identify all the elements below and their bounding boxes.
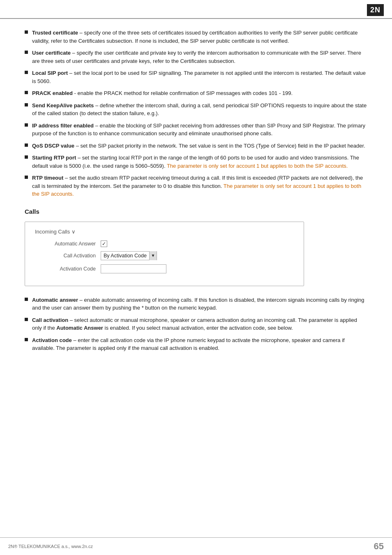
list-item-text: Automatic answer – enable automatic answ… (32, 296, 367, 312)
list-item-text: Call activation – select automatic or ma… (32, 316, 367, 332)
list-item: Local SIP port – set the local port to b… (25, 69, 367, 85)
list-item-text: QoS DSCP value – set the SIP packet prio… (32, 142, 367, 150)
automatic-answer-row: Automatic Answer (35, 240, 294, 247)
calls-heading: Calls (25, 208, 367, 215)
bold-label: Call activation (32, 317, 68, 323)
incoming-calls-box: Incoming Calls ∨ Automatic Answer Call A… (25, 222, 304, 286)
page-footer: 2N® TELEKOMUNIKACE a.s., www.2n.cz 65 (0, 537, 392, 555)
bullet-icon (25, 71, 28, 74)
bold-label-2: Automatic Answer (56, 325, 103, 331)
bullet-icon (25, 51, 28, 54)
list-item: QoS DSCP value – set the SIP packet prio… (25, 142, 367, 150)
select-arrow-icon[interactable]: ▼ (149, 251, 157, 260)
automatic-answer-checkbox[interactable] (101, 240, 107, 247)
list-item: Send KeepAlive packets – define whether … (25, 102, 367, 118)
list-item-text: User certificate – specify the user cert… (32, 49, 367, 65)
bold-label: QoS DSCP value (32, 143, 74, 149)
bottom-bullet-list: Automatic answer – enable automatic answ… (25, 296, 367, 352)
bullet-icon (25, 91, 28, 94)
logo: 2N (367, 4, 384, 16)
list-item: Trusted certificate – specify one of the… (25, 29, 367, 45)
call-activation-row: Call Activation By Activation Code ▼ (35, 251, 294, 260)
call-activation-label: Call Activation (35, 253, 101, 259)
list-item-text: Send KeepAlive packets – define whether … (32, 102, 367, 118)
automatic-answer-label: Automatic Answer (35, 241, 101, 247)
bullet-icon (25, 155, 28, 159)
activation-code-label: Activation Code (35, 266, 101, 272)
bullet-icon (25, 143, 28, 147)
bold-label: IP address filter enabled (32, 123, 94, 129)
list-item-text: Activation code – enter the call activat… (32, 336, 367, 352)
list-item: Starting RTP port – set the starting loc… (25, 154, 367, 170)
footer-left-text: 2N® TELEKOMUNIKACE a.s., www.2n.cz (8, 544, 93, 549)
list-item-text: IP address filter enabled – enable the b… (32, 122, 367, 138)
orange-text: The parameter is only set for account 1 … (166, 163, 348, 169)
top-bullet-list: Trusted certificate – specify one of the… (25, 29, 367, 198)
bold-label: Trusted certificate (32, 30, 78, 36)
main-content: Trusted certificate – specify one of the… (0, 19, 392, 372)
list-item-text: RTP timeout – set the audio stream RTP p… (32, 174, 367, 198)
list-item: RTP timeout – set the audio stream RTP p… (25, 174, 367, 198)
list-item: PRACK enabled - enable the PRACK method … (25, 89, 367, 97)
list-item: Activation code – enter the call activat… (25, 336, 367, 352)
bullet-icon (25, 176, 28, 179)
page-header: 2N (0, 0, 392, 19)
list-item: User certificate – specify the user cert… (25, 49, 367, 65)
bullet-icon (25, 338, 28, 341)
bold-label: RTP timeout (32, 175, 63, 181)
list-item: IP address filter enabled – enable the b… (25, 122, 367, 138)
bullet-icon (25, 103, 28, 106)
page-number: 65 (374, 541, 384, 552)
bullet-icon (25, 123, 28, 127)
activation-code-row: Activation Code (35, 264, 294, 273)
list-item: Call activation – select automatic or ma… (25, 316, 367, 332)
list-item-text: Trusted certificate – specify one of the… (32, 29, 367, 45)
list-item-text: PRACK enabled - enable the PRACK method … (32, 89, 367, 97)
list-item-text: Local SIP port – set the local port to b… (32, 69, 367, 85)
list-item: Automatic answer – enable automatic answ… (25, 296, 367, 312)
call-activation-value: By Activation Code (101, 253, 149, 259)
bold-label: Local SIP port (32, 70, 68, 76)
incoming-calls-title[interactable]: Incoming Calls ∨ (35, 229, 294, 235)
bold-label: Activation code (32, 337, 72, 343)
bold-label: PRACK enabled (32, 90, 73, 96)
bold-label: Starting RTP port (32, 155, 76, 161)
bold-label: User certificate (32, 50, 71, 56)
call-activation-select[interactable]: By Activation Code ▼ (101, 251, 157, 260)
bullet-icon (25, 30, 28, 34)
bold-label: Automatic answer (32, 297, 78, 303)
bullet-icon (25, 318, 28, 321)
activation-code-input[interactable] (101, 264, 166, 273)
list-item-text: Starting RTP port – set the starting loc… (32, 154, 367, 170)
bold-label: Send KeepAlive packets (32, 102, 94, 109)
bullet-icon (25, 298, 28, 301)
